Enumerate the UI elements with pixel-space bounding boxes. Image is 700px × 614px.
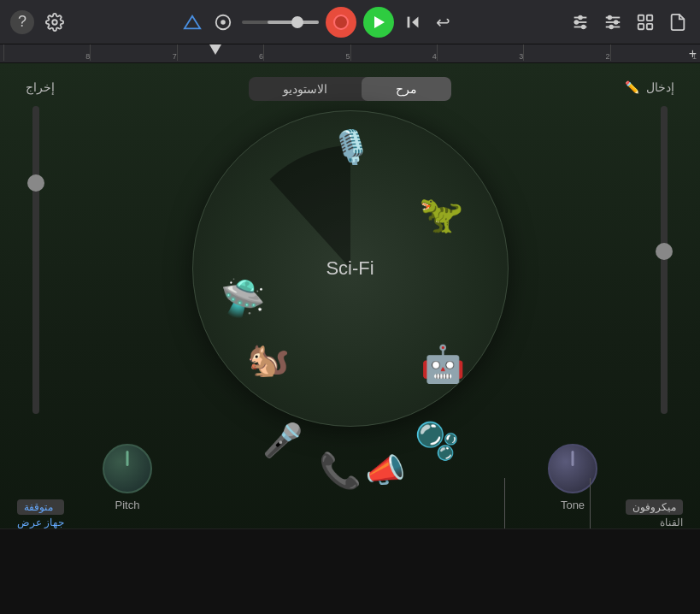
output-label: إخراج bbox=[26, 80, 55, 94]
record-button[interactable] bbox=[326, 7, 356, 38]
output-label-text: إخراج bbox=[26, 80, 55, 94]
timeline-ruler: 1 2 3 4 5 6 7 8 + bbox=[0, 44, 700, 63]
svg-point-14 bbox=[575, 21, 579, 24]
new-file-icon[interactable] bbox=[666, 10, 690, 34]
stopped-badge: متوقفة bbox=[17, 499, 64, 515]
bottom-strip bbox=[0, 528, 700, 614]
mode-segment-control: مرح الاستوديو bbox=[249, 77, 451, 101]
eq-icon[interactable] bbox=[568, 10, 592, 34]
wheel-center-label: Sci-Fi bbox=[326, 257, 374, 280]
svg-point-21 bbox=[52, 20, 57, 25]
svg-point-9 bbox=[609, 25, 613, 28]
add-track-button[interactable]: + bbox=[689, 46, 697, 62]
ruler-mark-5: 5 bbox=[263, 44, 350, 61]
ruler-mark-4: 4 bbox=[350, 44, 437, 61]
effect-ufo[interactable]: 🛸 bbox=[221, 277, 265, 319]
studio-mode-tab[interactable]: الاستوديو bbox=[249, 77, 362, 101]
svg-rect-2 bbox=[638, 23, 644, 28]
input-label: إدخال ✏️ bbox=[625, 80, 674, 94]
toolbar-left-group bbox=[568, 10, 690, 34]
input-status-labels: ميكروفون القناة bbox=[626, 499, 683, 528]
svg-marker-20 bbox=[184, 15, 199, 28]
svg-point-13 bbox=[579, 15, 582, 19]
effect-robot[interactable]: 🤖 bbox=[421, 343, 465, 385]
svg-point-19 bbox=[221, 20, 226, 25]
svg-rect-1 bbox=[647, 15, 652, 20]
svg-rect-3 bbox=[647, 23, 652, 28]
volume-control bbox=[242, 21, 319, 24]
ruler-mark-7: 7 bbox=[90, 44, 176, 61]
bottom-controls-row: Tone Pitch bbox=[0, 444, 700, 511]
playhead[interactable] bbox=[209, 44, 221, 55]
mixer-icon[interactable] bbox=[601, 10, 625, 34]
mic-badge: ميكروفون bbox=[626, 499, 683, 515]
ruler-mark-1: 1 bbox=[610, 44, 697, 61]
svg-marker-16 bbox=[412, 16, 418, 27]
voice-wheel[interactable]: Sci-Fi 🛸 🎙️ 🦖 🐿️ 🤖 🎤 🫧 📞 📣 bbox=[192, 110, 509, 427]
headphone-icon[interactable] bbox=[211, 10, 235, 34]
effect-mic[interactable]: 🎙️ bbox=[331, 128, 371, 166]
triangle-icon[interactable] bbox=[180, 10, 204, 34]
svg-point-8 bbox=[615, 21, 618, 24]
input-label-text: إدخال bbox=[646, 80, 674, 94]
input-volume-slider[interactable] bbox=[32, 106, 39, 414]
toolbar-center-group: ↩ bbox=[180, 7, 456, 38]
toolbar: ↩ bbox=[0, 0, 700, 44]
main-content: إدخال ✏️ إخراج مرح الاستوديو Sci-Fi 🛸 bbox=[0, 63, 700, 614]
pitch-knob-group: Pitch bbox=[103, 444, 152, 511]
output-volume-slider[interactable] bbox=[661, 106, 668, 414]
toolbar-right-group: ? bbox=[10, 10, 67, 34]
voice-wheel-container: Sci-Fi 🛸 🎙️ 🦖 🐿️ 🤖 🎤 🫧 📞 📣 bbox=[192, 110, 509, 427]
play-button[interactable] bbox=[363, 7, 394, 38]
channel-label: القناة bbox=[626, 517, 683, 528]
ruler-mark-2: 2 bbox=[523, 44, 609, 61]
pitch-knob[interactable] bbox=[103, 444, 152, 493]
output-slider-knob[interactable] bbox=[656, 243, 673, 260]
svg-rect-17 bbox=[407, 16, 409, 27]
undo-button[interactable]: ↩ bbox=[432, 10, 456, 34]
help-icon[interactable]: ? bbox=[10, 10, 34, 34]
effect-monster[interactable]: 🦖 bbox=[419, 193, 463, 235]
fun-mode-tab[interactable]: مرح bbox=[362, 77, 451, 101]
pencil-icon[interactable]: ✏️ bbox=[625, 80, 639, 94]
device-label: جهاز عرض bbox=[17, 517, 64, 528]
rewind-button[interactable] bbox=[401, 10, 425, 34]
svg-point-15 bbox=[582, 25, 585, 28]
loop-icon[interactable] bbox=[633, 10, 657, 34]
effect-squirrel[interactable]: 🐿️ bbox=[247, 339, 290, 380]
pitch-knob-label: Pitch bbox=[115, 499, 140, 511]
output-status-labels: متوقفة جهاز عرض bbox=[17, 499, 64, 528]
svg-rect-0 bbox=[638, 15, 644, 20]
input-slider-knob[interactable] bbox=[27, 174, 44, 192]
tone-knob-label: Tone bbox=[561, 499, 585, 511]
ruler-mark-8: 8 bbox=[3, 44, 90, 61]
svg-point-7 bbox=[609, 15, 612, 19]
ruler-mark-3: 3 bbox=[437, 44, 523, 61]
volume-knob[interactable] bbox=[291, 16, 303, 28]
ruler-marks: 1 2 3 4 5 6 7 8 bbox=[3, 44, 697, 62]
settings-icon[interactable] bbox=[43, 10, 67, 34]
volume-track[interactable] bbox=[242, 21, 319, 24]
